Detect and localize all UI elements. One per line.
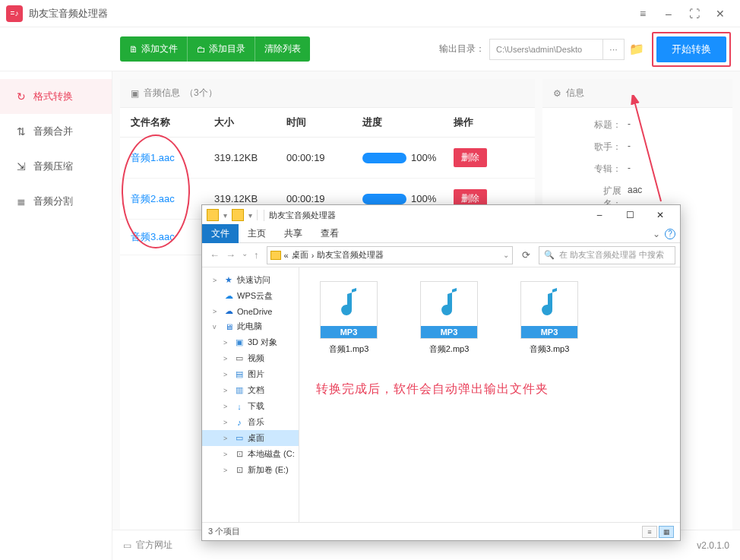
tree-label: 文档	[248, 384, 264, 396]
sidebar-item-音频分割[interactable]: ≣音频分割	[0, 184, 112, 219]
file-name: 音频1.mp3	[315, 343, 383, 355]
tree-item[interactable]: >▣3D 对象	[202, 334, 299, 350]
tree-item[interactable]: >♪音乐	[202, 414, 299, 430]
nav-label: 音频分割	[33, 195, 73, 208]
tree-item[interactable]: >▭桌面	[202, 430, 299, 446]
tab-file[interactable]: 文件	[202, 224, 239, 243]
back-icon[interactable]: ←	[210, 249, 220, 261]
maximize-button[interactable]: ⛶	[688, 8, 700, 20]
chevron-icon[interactable]: >	[223, 419, 231, 426]
breadcrumb[interactable]: 桌面	[292, 249, 308, 261]
toolbar: 🗎添加文件 🗀添加目录 清除列表 输出目录： ··· 📁 开始转换	[0, 27, 740, 71]
file-item[interactable]: MP3音频1.mp3	[315, 281, 383, 355]
file-list-count: （3个）	[185, 87, 217, 100]
tab-view[interactable]: 查看	[311, 224, 348, 243]
up-icon[interactable]: ↑	[254, 249, 259, 261]
tree-icon: ★	[223, 275, 234, 285]
format-badge: MP3	[421, 326, 477, 338]
file-item[interactable]: MP3音频3.mp3	[515, 281, 583, 355]
breadcrumb[interactable]: 助友宝音频处理器	[317, 249, 384, 261]
file-list-header: 音频信息	[144, 87, 180, 100]
chevron-icon[interactable]: >	[223, 371, 231, 378]
address-bar[interactable]: « 桌面 › 助友宝音频处理器 ⌄	[267, 246, 514, 264]
file-thumbnail: MP3	[420, 281, 478, 339]
chevron-icon[interactable]: >	[213, 277, 220, 284]
folder-icon	[207, 209, 219, 221]
main-window: =♪ 助友宝音频处理器 ≡ – ⛶ ✕ 🗎添加文件 🗀添加目录 清除列表 输出目…	[0, 0, 740, 560]
tree-item[interactable]: >↓下载	[202, 398, 299, 414]
chevron-icon[interactable]: >	[223, 435, 231, 442]
output-dir-label: 输出目录：	[439, 43, 485, 55]
file-icon: 🗎	[129, 44, 138, 55]
chevron-icon[interactable]: >	[223, 403, 231, 410]
tree-item[interactable]: v🖥此电脑	[202, 318, 299, 334]
col-action: 操作	[454, 115, 507, 129]
explorer-window: ▾ ▾ 助友宝音频处理器 – ☐ ✕ 文件 主页 共享 查看 ⌄? ← → ⌄	[201, 204, 681, 541]
tree-item[interactable]: >⊡本地磁盘 (C:	[202, 446, 299, 462]
refresh-icon[interactable]: ⟳	[517, 249, 534, 261]
add-folder-button[interactable]: 🗀添加目录	[187, 36, 255, 62]
tab-share[interactable]: 共享	[275, 224, 311, 243]
file-pane: MP3音频1.mp3MP3音频2.mp3MP3音频3.mp3 转换完成后，软件会…	[299, 267, 680, 522]
forward-icon[interactable]: →	[226, 249, 236, 261]
browse-dots-button[interactable]: ···	[603, 39, 625, 60]
tree-item[interactable]: ☁WPS云盘	[202, 288, 299, 304]
status-item-count: 3 个项目	[208, 526, 240, 537]
ribbon-expand-icon[interactable]: ⌄	[653, 229, 660, 239]
tree-item[interactable]: >☁OneDrive	[202, 304, 299, 318]
official-site-link[interactable]: 官方网址	[136, 539, 172, 552]
info-header: 信息	[566, 87, 584, 100]
table-row[interactable]: 音频1.aac319.12KB00:00:19100%删除	[120, 138, 535, 179]
tree-icon: 🖥	[223, 322, 234, 331]
sidebar-item-格式转换[interactable]: ↻格式转换	[0, 79, 112, 114]
explorer-title: 助友宝音频处理器	[264, 210, 584, 221]
cell-size: 319.12KB	[214, 193, 286, 204]
open-output-folder-icon[interactable]: 📁	[629, 42, 644, 56]
chevron-icon[interactable]: >	[223, 451, 231, 458]
output-dir-input[interactable]	[489, 39, 603, 60]
sidebar-item-音频压缩[interactable]: ⇲音频压缩	[0, 149, 112, 184]
file-item[interactable]: MP3音频2.mp3	[415, 281, 483, 355]
start-convert-button[interactable]: 开始转换	[656, 36, 726, 62]
add-file-button[interactable]: 🗎添加文件	[120, 36, 187, 62]
chevron-icon[interactable]: v	[213, 323, 220, 331]
explorer-statusbar: 3 个项目 ≡ ▦	[202, 522, 680, 540]
hamburger-menu-icon[interactable]: ≡	[637, 8, 649, 20]
tree-label: 新加卷 (E:)	[248, 464, 289, 476]
tree-item[interactable]: >▭视频	[202, 350, 299, 366]
icons-view-button[interactable]: ▦	[659, 526, 674, 538]
tree-icon: ▭	[234, 353, 245, 363]
close-button[interactable]: ✕	[714, 8, 726, 20]
tree-item[interactable]: >★快速访问	[202, 272, 299, 288]
chevron-icon[interactable]: >	[223, 387, 231, 394]
search-input[interactable]: 🔍 在 助友宝音频处理器 中搜索	[539, 246, 675, 264]
tree-icon: ▣	[234, 337, 245, 347]
exp-maximize-button[interactable]: ☐	[615, 205, 645, 225]
meta-label: 标题：	[588, 119, 621, 131]
addr-dropdown-icon[interactable]: ⌄	[503, 251, 509, 259]
chevron-icon[interactable]: >	[223, 355, 231, 362]
nav-icon: ↻	[17, 90, 26, 103]
chevron-icon[interactable]: >	[223, 467, 231, 474]
exp-close-button[interactable]: ✕	[645, 205, 675, 225]
start-highlight-annotation: 开始转换	[652, 32, 731, 67]
tree-label: WPS云盘	[237, 290, 273, 302]
help-icon[interactable]: ?	[665, 229, 675, 239]
chevron-icon[interactable]: >	[223, 339, 231, 346]
tree-label: 本地磁盘 (C:	[248, 448, 295, 460]
tab-home[interactable]: 主页	[239, 224, 275, 243]
tree-item[interactable]: >⊡新加卷 (E:)	[202, 462, 299, 478]
exp-minimize-button[interactable]: –	[584, 205, 615, 225]
minimize-button[interactable]: –	[663, 8, 675, 20]
clear-list-button[interactable]: 清除列表	[255, 36, 310, 62]
tree-item[interactable]: >▤图片	[202, 366, 299, 382]
tree-icon: ☁	[223, 291, 234, 301]
delete-button[interactable]: 删除	[454, 148, 487, 167]
chevron-icon[interactable]: >	[213, 308, 220, 315]
history-dropdown-icon[interactable]: ⌄	[242, 249, 248, 261]
details-view-button[interactable]: ≡	[642, 526, 657, 538]
file-name: 音频3.mp3	[515, 343, 583, 355]
tree-item[interactable]: >▥文档	[202, 382, 299, 398]
sidebar-item-音频合并[interactable]: ⇅音频合并	[0, 114, 112, 149]
tree-label: 3D 对象	[248, 337, 277, 348]
